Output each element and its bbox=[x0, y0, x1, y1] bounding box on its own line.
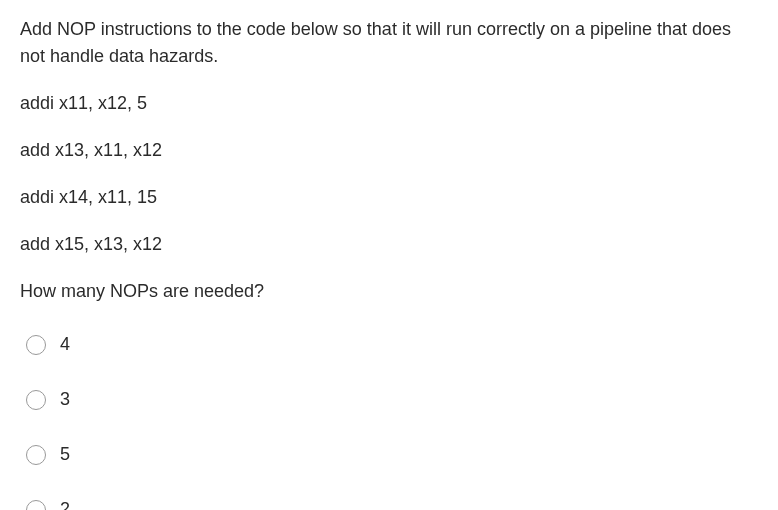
code-line: addi x11, x12, 5 bbox=[20, 90, 758, 117]
option-row: 4 bbox=[20, 331, 758, 358]
radio-option-0[interactable] bbox=[26, 335, 46, 355]
question-prompt: How many NOPs are needed? bbox=[20, 278, 758, 305]
option-label[interactable]: 4 bbox=[60, 331, 70, 358]
radio-option-1[interactable] bbox=[26, 390, 46, 410]
option-row: 2 bbox=[20, 496, 758, 510]
question-intro: Add NOP instructions to the code below s… bbox=[20, 16, 758, 70]
code-line: add x13, x11, x12 bbox=[20, 137, 758, 164]
option-label[interactable]: 3 bbox=[60, 386, 70, 413]
radio-option-3[interactable] bbox=[26, 500, 46, 511]
code-line: add x15, x13, x12 bbox=[20, 231, 758, 258]
code-line: addi x14, x11, 15 bbox=[20, 184, 758, 211]
option-row: 3 bbox=[20, 386, 758, 413]
option-label[interactable]: 5 bbox=[60, 441, 70, 468]
option-row: 5 bbox=[20, 441, 758, 468]
option-label[interactable]: 2 bbox=[60, 496, 70, 510]
radio-option-2[interactable] bbox=[26, 445, 46, 465]
